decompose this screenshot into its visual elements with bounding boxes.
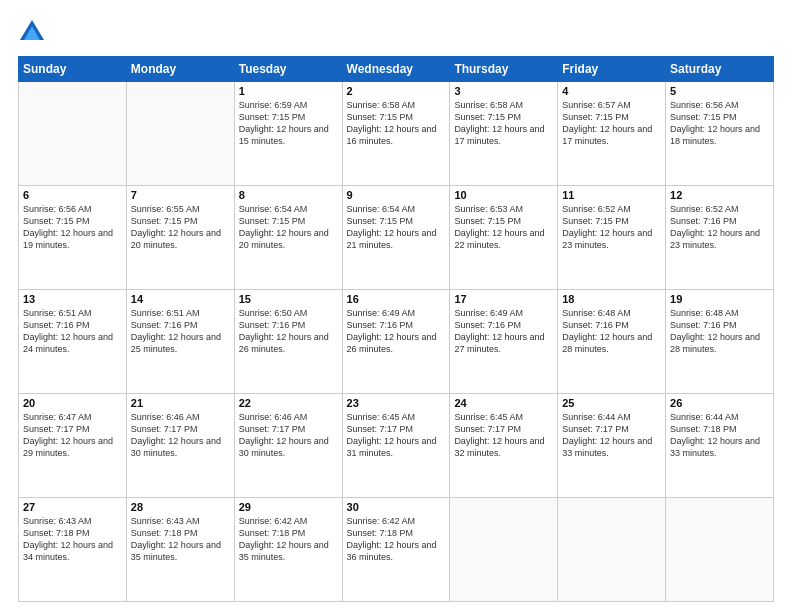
calendar-cell: 23Sunrise: 6:45 AMSunset: 7:17 PMDayligh… xyxy=(342,394,450,498)
sun-info: Sunrise: 6:47 AMSunset: 7:17 PMDaylight:… xyxy=(23,411,122,460)
calendar-cell xyxy=(450,498,558,602)
day-number: 9 xyxy=(347,189,446,201)
calendar-cell: 29Sunrise: 6:42 AMSunset: 7:18 PMDayligh… xyxy=(234,498,342,602)
sun-info: Sunrise: 6:45 AMSunset: 7:17 PMDaylight:… xyxy=(347,411,446,460)
day-number: 25 xyxy=(562,397,661,409)
day-header-tuesday: Tuesday xyxy=(234,57,342,82)
calendar-cell: 24Sunrise: 6:45 AMSunset: 7:17 PMDayligh… xyxy=(450,394,558,498)
sun-info: Sunrise: 6:51 AMSunset: 7:16 PMDaylight:… xyxy=(23,307,122,356)
page: SundayMondayTuesdayWednesdayThursdayFrid… xyxy=(0,0,792,612)
sun-info: Sunrise: 6:55 AMSunset: 7:15 PMDaylight:… xyxy=(131,203,230,252)
calendar-table: SundayMondayTuesdayWednesdayThursdayFrid… xyxy=(18,56,774,602)
sun-info: Sunrise: 6:58 AMSunset: 7:15 PMDaylight:… xyxy=(347,99,446,148)
calendar-cell: 1Sunrise: 6:59 AMSunset: 7:15 PMDaylight… xyxy=(234,82,342,186)
sun-info: Sunrise: 6:45 AMSunset: 7:17 PMDaylight:… xyxy=(454,411,553,460)
day-number: 22 xyxy=(239,397,338,409)
calendar-cell: 11Sunrise: 6:52 AMSunset: 7:15 PMDayligh… xyxy=(558,186,666,290)
day-number: 29 xyxy=(239,501,338,513)
calendar-cell: 26Sunrise: 6:44 AMSunset: 7:18 PMDayligh… xyxy=(666,394,774,498)
logo xyxy=(18,18,50,46)
calendar-cell: 2Sunrise: 6:58 AMSunset: 7:15 PMDaylight… xyxy=(342,82,450,186)
calendar-cell xyxy=(666,498,774,602)
day-number: 17 xyxy=(454,293,553,305)
sun-info: Sunrise: 6:59 AMSunset: 7:15 PMDaylight:… xyxy=(239,99,338,148)
week-row-2: 6Sunrise: 6:56 AMSunset: 7:15 PMDaylight… xyxy=(19,186,774,290)
day-number: 4 xyxy=(562,85,661,97)
calendar-cell: 6Sunrise: 6:56 AMSunset: 7:15 PMDaylight… xyxy=(19,186,127,290)
sun-info: Sunrise: 6:42 AMSunset: 7:18 PMDaylight:… xyxy=(239,515,338,564)
sun-info: Sunrise: 6:49 AMSunset: 7:16 PMDaylight:… xyxy=(454,307,553,356)
calendar-cell: 17Sunrise: 6:49 AMSunset: 7:16 PMDayligh… xyxy=(450,290,558,394)
day-number: 28 xyxy=(131,501,230,513)
logo-icon xyxy=(18,18,46,46)
day-number: 27 xyxy=(23,501,122,513)
sun-info: Sunrise: 6:56 AMSunset: 7:15 PMDaylight:… xyxy=(670,99,769,148)
calendar-cell xyxy=(558,498,666,602)
day-number: 30 xyxy=(347,501,446,513)
day-number: 1 xyxy=(239,85,338,97)
calendar-cell: 12Sunrise: 6:52 AMSunset: 7:16 PMDayligh… xyxy=(666,186,774,290)
sun-info: Sunrise: 6:56 AMSunset: 7:15 PMDaylight:… xyxy=(23,203,122,252)
day-number: 5 xyxy=(670,85,769,97)
day-header-friday: Friday xyxy=(558,57,666,82)
calendar-cell xyxy=(19,82,127,186)
sun-info: Sunrise: 6:48 AMSunset: 7:16 PMDaylight:… xyxy=(670,307,769,356)
sun-info: Sunrise: 6:46 AMSunset: 7:17 PMDaylight:… xyxy=(131,411,230,460)
week-row-5: 27Sunrise: 6:43 AMSunset: 7:18 PMDayligh… xyxy=(19,498,774,602)
day-number: 8 xyxy=(239,189,338,201)
calendar-cell: 8Sunrise: 6:54 AMSunset: 7:15 PMDaylight… xyxy=(234,186,342,290)
day-number: 18 xyxy=(562,293,661,305)
calendar-cell: 10Sunrise: 6:53 AMSunset: 7:15 PMDayligh… xyxy=(450,186,558,290)
calendar-cell: 5Sunrise: 6:56 AMSunset: 7:15 PMDaylight… xyxy=(666,82,774,186)
calendar-cell: 18Sunrise: 6:48 AMSunset: 7:16 PMDayligh… xyxy=(558,290,666,394)
day-number: 13 xyxy=(23,293,122,305)
calendar-cell: 7Sunrise: 6:55 AMSunset: 7:15 PMDaylight… xyxy=(126,186,234,290)
day-number: 11 xyxy=(562,189,661,201)
sun-info: Sunrise: 6:50 AMSunset: 7:16 PMDaylight:… xyxy=(239,307,338,356)
calendar-cell: 14Sunrise: 6:51 AMSunset: 7:16 PMDayligh… xyxy=(126,290,234,394)
calendar-cell: 9Sunrise: 6:54 AMSunset: 7:15 PMDaylight… xyxy=(342,186,450,290)
day-header-sunday: Sunday xyxy=(19,57,127,82)
day-header-wednesday: Wednesday xyxy=(342,57,450,82)
day-number: 2 xyxy=(347,85,446,97)
sun-info: Sunrise: 6:46 AMSunset: 7:17 PMDaylight:… xyxy=(239,411,338,460)
calendar-cell: 28Sunrise: 6:43 AMSunset: 7:18 PMDayligh… xyxy=(126,498,234,602)
header xyxy=(18,18,774,46)
day-header-thursday: Thursday xyxy=(450,57,558,82)
sun-info: Sunrise: 6:53 AMSunset: 7:15 PMDaylight:… xyxy=(454,203,553,252)
calendar-cell: 27Sunrise: 6:43 AMSunset: 7:18 PMDayligh… xyxy=(19,498,127,602)
sun-info: Sunrise: 6:54 AMSunset: 7:15 PMDaylight:… xyxy=(239,203,338,252)
calendar-cell: 20Sunrise: 6:47 AMSunset: 7:17 PMDayligh… xyxy=(19,394,127,498)
calendar-cell: 3Sunrise: 6:58 AMSunset: 7:15 PMDaylight… xyxy=(450,82,558,186)
day-number: 21 xyxy=(131,397,230,409)
day-number: 20 xyxy=(23,397,122,409)
week-row-1: 1Sunrise: 6:59 AMSunset: 7:15 PMDaylight… xyxy=(19,82,774,186)
sun-info: Sunrise: 6:52 AMSunset: 7:15 PMDaylight:… xyxy=(562,203,661,252)
sun-info: Sunrise: 6:42 AMSunset: 7:18 PMDaylight:… xyxy=(347,515,446,564)
sun-info: Sunrise: 6:58 AMSunset: 7:15 PMDaylight:… xyxy=(454,99,553,148)
calendar-cell: 21Sunrise: 6:46 AMSunset: 7:17 PMDayligh… xyxy=(126,394,234,498)
sun-info: Sunrise: 6:49 AMSunset: 7:16 PMDaylight:… xyxy=(347,307,446,356)
week-row-4: 20Sunrise: 6:47 AMSunset: 7:17 PMDayligh… xyxy=(19,394,774,498)
day-number: 26 xyxy=(670,397,769,409)
day-number: 7 xyxy=(131,189,230,201)
day-number: 16 xyxy=(347,293,446,305)
sun-info: Sunrise: 6:48 AMSunset: 7:16 PMDaylight:… xyxy=(562,307,661,356)
calendar-cell: 4Sunrise: 6:57 AMSunset: 7:15 PMDaylight… xyxy=(558,82,666,186)
sun-info: Sunrise: 6:44 AMSunset: 7:18 PMDaylight:… xyxy=(670,411,769,460)
sun-info: Sunrise: 6:51 AMSunset: 7:16 PMDaylight:… xyxy=(131,307,230,356)
calendar-cell: 22Sunrise: 6:46 AMSunset: 7:17 PMDayligh… xyxy=(234,394,342,498)
day-number: 15 xyxy=(239,293,338,305)
calendar-cell: 16Sunrise: 6:49 AMSunset: 7:16 PMDayligh… xyxy=(342,290,450,394)
calendar-cell: 13Sunrise: 6:51 AMSunset: 7:16 PMDayligh… xyxy=(19,290,127,394)
sun-info: Sunrise: 6:57 AMSunset: 7:15 PMDaylight:… xyxy=(562,99,661,148)
week-row-3: 13Sunrise: 6:51 AMSunset: 7:16 PMDayligh… xyxy=(19,290,774,394)
calendar-cell xyxy=(126,82,234,186)
day-number: 6 xyxy=(23,189,122,201)
sun-info: Sunrise: 6:43 AMSunset: 7:18 PMDaylight:… xyxy=(131,515,230,564)
day-header-monday: Monday xyxy=(126,57,234,82)
day-number: 14 xyxy=(131,293,230,305)
day-number: 24 xyxy=(454,397,553,409)
day-header-saturday: Saturday xyxy=(666,57,774,82)
calendar-cell: 15Sunrise: 6:50 AMSunset: 7:16 PMDayligh… xyxy=(234,290,342,394)
